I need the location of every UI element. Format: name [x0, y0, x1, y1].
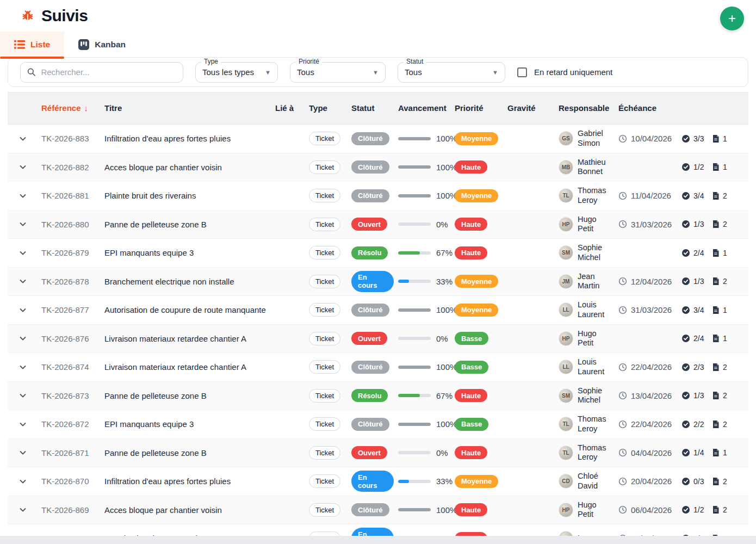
expand-row-button[interactable] [8, 363, 34, 372]
chevron-down-icon [18, 391, 27, 400]
checklist-count: 3/3 [681, 134, 704, 143]
title-cell[interactable]: Panne de pelleteuse zone B [100, 448, 271, 458]
title-cell[interactable]: Acces bloque par chantier voisin [100, 163, 271, 172]
responsible-name-line: Louis [578, 357, 604, 367]
expand-row-button[interactable] [8, 391, 34, 400]
title-text: Panne de pelleteuse zone B [104, 391, 207, 400]
reference-text: TK-2026-872 [41, 419, 89, 429]
expand-row-button[interactable] [8, 277, 34, 286]
progress-fill [398, 394, 420, 397]
search-box[interactable] [20, 62, 183, 83]
status-filter-select[interactable]: Statut Tous ▼ [398, 62, 505, 83]
responsible-cell: TLThomasLeroy [554, 443, 614, 462]
checklist-count-text: 3/4 [693, 306, 704, 314]
late-only-label: En retard uniquement [534, 67, 612, 77]
title-cell[interactable]: Livraison materiaux retardee chantier A [100, 334, 271, 343]
expand-row-button[interactable] [8, 505, 34, 514]
progress-track [398, 222, 431, 226]
expand-row-button[interactable] [8, 334, 34, 343]
document-icon [712, 249, 720, 257]
reference-cell: TK-2026-880 [34, 220, 100, 229]
title-cell[interactable]: Acces bloque par chantier voisin [100, 505, 271, 515]
reference-text: TK-2026-876 [41, 334, 89, 343]
plus-icon: + [728, 11, 736, 26]
documents-cell: 2 [708, 191, 734, 200]
due-date-text: 22/04/2026 [631, 419, 672, 429]
priority-cell: Haute [450, 389, 503, 402]
documents-count-text: 2 [723, 505, 727, 514]
expand-row-button[interactable] [8, 163, 34, 171]
avatar: CD [559, 474, 573, 489]
avatar: TL [559, 446, 573, 460]
priority-badge: Haute [455, 246, 487, 259]
expand-row-button[interactable] [8, 191, 34, 200]
responsible-name-line: Thomas [578, 186, 606, 196]
title-cell[interactable]: Infiltration d'eau apres fortes pluies [100, 477, 271, 486]
expand-row-button[interactable] [8, 134, 34, 143]
column-header-gravity[interactable]: Gravité [503, 103, 554, 114]
bottom-scroll-strip[interactable] [0, 536, 756, 544]
expand-row-button[interactable] [8, 420, 34, 429]
late-only-checkbox[interactable]: En retard uniquement [517, 67, 612, 77]
progress-track [398, 308, 431, 312]
status-badge: Clôturé [351, 189, 389, 202]
tab-liste[interactable]: Liste [0, 32, 64, 57]
documents-count-text: 2 [723, 363, 727, 372]
progress-indicator: 100% [398, 305, 457, 314]
add-button[interactable]: + [720, 7, 744, 30]
type-filter-select[interactable]: Type Tous les types ▼ [195, 62, 278, 83]
documents-count-text: 2 [723, 191, 727, 200]
type-cell: Ticket [305, 275, 347, 288]
title-cell[interactable]: Livraison materiaux retardee chantier A [100, 362, 271, 372]
reference-text: TK-2026-874 [41, 362, 89, 372]
status-badge: Résolu [351, 389, 388, 402]
document-icon [712, 306, 720, 314]
column-header-priority[interactable]: Priorité [450, 103, 503, 114]
responsible-name-line: Leroy [578, 424, 606, 434]
expand-row-button[interactable] [8, 220, 34, 228]
column-header-reference[interactable]: Référence ↓ [34, 103, 100, 114]
column-header-progress[interactable]: Avancement [394, 103, 450, 114]
search-input[interactable] [41, 67, 176, 77]
title-cell[interactable]: Panne de pelleteuse zone B [100, 391, 271, 400]
priority-filter-select[interactable]: Priorité Tous ▼ [290, 62, 386, 83]
progress-cell: 0% [394, 448, 450, 458]
responsible-cell: MBMathieuBonnet [554, 158, 614, 177]
priority-badge: Haute [455, 160, 487, 174]
title-cell[interactable]: Plainte bruit des riverains [100, 191, 271, 200]
status-cell: En cours [347, 471, 394, 492]
priority-cell: Moyenne [450, 189, 503, 202]
due-cell: 20/04/2026 [614, 477, 677, 486]
title-cell[interactable]: Branchement electrique non installe [100, 277, 271, 286]
responsible-name-line: Leroy [578, 453, 606, 462]
responsible-name: HugoPetit [578, 215, 597, 234]
title-cell[interactable]: EPI manquants equipe 3 [100, 248, 271, 257]
title-cell[interactable]: Panne de pelleteuse zone B [100, 220, 271, 229]
expand-row-button[interactable] [8, 249, 34, 257]
expand-row-button[interactable] [8, 477, 34, 486]
title-cell[interactable]: Autorisation de coupure de route manquan… [100, 305, 271, 314]
type-badge: Ticket [309, 503, 340, 517]
table-row: TK-2026-876Livraison materiaux retardee … [8, 325, 748, 354]
column-header-responsible[interactable]: Responsable [554, 103, 614, 114]
title-cell[interactable]: Infiltration d'eau apres fortes pluies [100, 134, 271, 143]
tab-kanban[interactable]: Kanban [64, 32, 140, 57]
type-cell: Ticket [305, 218, 347, 231]
column-header-due[interactable]: Échéance [614, 103, 677, 114]
document-icon [712, 477, 720, 486]
title-cell[interactable]: EPI manquants equipe 3 [100, 419, 271, 429]
column-header-type[interactable]: Type [305, 103, 347, 114]
responsible-name-line: Sophie [578, 243, 602, 253]
priority-cell: Haute [450, 160, 503, 174]
expand-row-button[interactable] [8, 448, 34, 457]
column-header-status[interactable]: Statut [347, 103, 394, 114]
expand-row-button[interactable] [8, 306, 34, 314]
status-badge: Clôturé [351, 418, 389, 431]
checkbox-icon[interactable] [517, 67, 527, 77]
due-date: 04/04/2026 [618, 448, 672, 458]
column-header-title[interactable]: Titre [100, 103, 271, 114]
title-text: Panne de pelleteuse zone B [104, 220, 207, 229]
reference-text: TK-2026-881 [41, 191, 89, 200]
column-header-linked[interactable]: Lié à [271, 103, 305, 114]
progress-indicator: 67% [398, 248, 453, 257]
